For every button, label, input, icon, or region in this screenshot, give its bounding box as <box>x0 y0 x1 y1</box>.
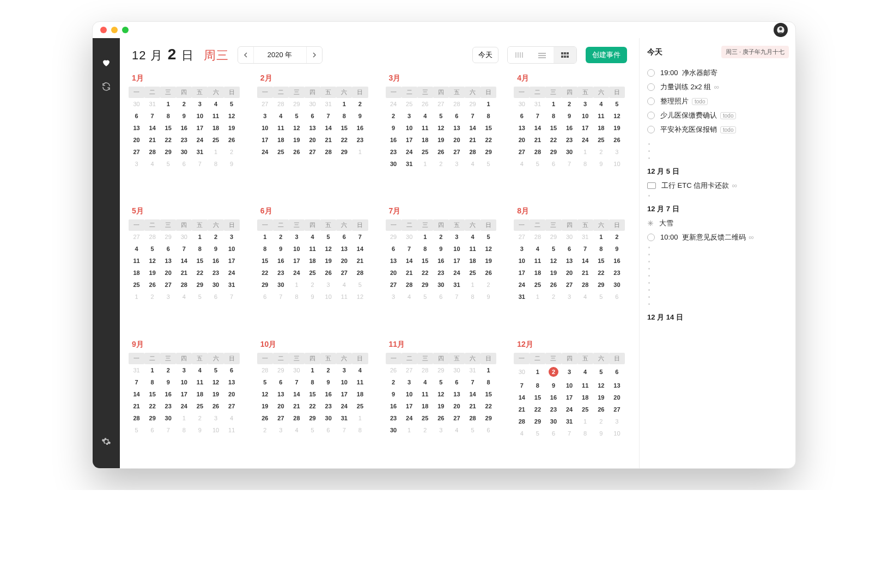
day-cell[interactable]: 25 <box>208 134 223 146</box>
day-cell[interactable]: 5 <box>289 110 305 122</box>
day-cell[interactable]: 5 <box>465 424 481 436</box>
day-cell[interactable]: 7 <box>320 110 336 122</box>
day-cell[interactable]: 24 <box>514 279 530 291</box>
day-cell[interactable]: 23 <box>273 267 289 279</box>
day-cell[interactable]: 29 <box>465 98 481 110</box>
day-cell[interactable]: 28 <box>289 412 305 424</box>
day-cell[interactable]: 25 <box>305 267 320 279</box>
day-cell[interactable]: 27 <box>609 403 625 415</box>
day-cell[interactable]: 3 <box>402 376 417 388</box>
day-cell[interactable]: 5 <box>224 98 240 110</box>
day-cell[interactable]: 10 <box>609 158 625 170</box>
day-cell[interactable]: 1 <box>465 279 481 291</box>
day-cell[interactable]: 16 <box>320 388 336 400</box>
day-cell[interactable]: 5 <box>305 424 320 436</box>
day-cell[interactable]: 19 <box>257 400 273 412</box>
day-cell[interactable]: 28 <box>320 146 336 158</box>
day-cell[interactable]: 1 <box>417 158 433 170</box>
day-cell[interactable]: 3 <box>257 110 273 122</box>
day-cell[interactable]: 1 <box>160 98 176 110</box>
day-cell[interactable]: 31 <box>562 415 577 427</box>
day-cell[interactable]: 18 <box>530 267 545 279</box>
day-cell[interactable]: 28 <box>465 146 481 158</box>
day-cell[interactable]: 9 <box>545 379 561 391</box>
day-cell[interactable]: 7 <box>144 110 160 122</box>
day-cell[interactable]: 7 <box>289 376 305 388</box>
day-cell[interactable]: 1 <box>577 415 593 427</box>
day-cell[interactable]: 8 <box>305 376 320 388</box>
day-cell[interactable]: 6 <box>160 243 176 255</box>
day-cell[interactable]: 19 <box>433 400 449 412</box>
day-cell[interactable]: 10 <box>320 291 336 303</box>
day-cell[interactable]: 29 <box>273 364 289 376</box>
day-cell[interactable]: 26 <box>417 98 433 110</box>
day-cell[interactable]: 17 <box>562 391 577 403</box>
day-cell[interactable]: 27 <box>449 412 465 424</box>
day-cell[interactable]: 16 <box>545 391 561 403</box>
day-cell[interactable]: 10 <box>609 427 625 439</box>
day-cell[interactable]: 7 <box>352 231 368 243</box>
day-cell[interactable]: 23 <box>433 267 449 279</box>
event-row[interactable]: 整理照片todo <box>647 96 789 106</box>
day-cell[interactable]: 1 <box>336 98 352 110</box>
day-cell[interactable]: 20 <box>305 134 320 146</box>
day-cell[interactable]: 9 <box>273 243 289 255</box>
day-cell[interactable]: 6 <box>273 376 289 388</box>
day-cell[interactable]: 26 <box>593 403 609 415</box>
day-cell[interactable]: 20 <box>449 134 465 146</box>
day-cell[interactable]: 28 <box>257 364 273 376</box>
day-cell[interactable]: 21 <box>289 400 305 412</box>
day-cell[interactable]: 18 <box>129 267 144 279</box>
day-cell[interactable]: 8 <box>289 291 305 303</box>
day-cell[interactable]: 3 <box>562 291 577 303</box>
day-cell[interactable]: 1 <box>481 364 496 376</box>
day-cell[interactable]: 8 <box>192 243 208 255</box>
day-cell[interactable]: 27 <box>160 279 176 291</box>
day-cell[interactable]: 23 <box>320 400 336 412</box>
day-cell[interactable]: 5 <box>257 376 273 388</box>
day-cell[interactable]: 15 <box>305 388 320 400</box>
day-cell[interactable]: 20 <box>562 267 577 279</box>
day-cell[interactable]: 4 <box>449 424 465 436</box>
day-cell[interactable]: 5 <box>593 364 609 379</box>
day-cell[interactable]: 25 <box>402 98 417 110</box>
day-cell[interactable]: 9 <box>593 427 609 439</box>
day-cell[interactable]: 21 <box>530 134 545 146</box>
day-cell[interactable]: 17 <box>192 122 208 134</box>
day-cell[interactable]: 20 <box>273 400 289 412</box>
day-cell[interactable]: 30 <box>305 98 320 110</box>
day-cell[interactable]: 15 <box>593 255 609 267</box>
day-cell[interactable]: 31 <box>530 98 545 110</box>
day-cell[interactable]: 25 <box>273 146 289 158</box>
day-cell[interactable]: 4 <box>176 291 192 303</box>
day-cell[interactable]: 1 <box>577 146 593 158</box>
day-cell[interactable]: 22 <box>417 267 433 279</box>
day-cell[interactable]: 5 <box>417 291 433 303</box>
day-cell[interactable]: 20 <box>514 134 530 146</box>
day-cell[interactable]: 2 <box>386 376 402 388</box>
day-cell[interactable]: 9 <box>192 424 208 436</box>
day-cell[interactable]: 18 <box>273 134 289 146</box>
day-cell[interactable]: 14 <box>530 122 545 134</box>
day-cell[interactable]: 7 <box>577 243 593 255</box>
day-cell[interactable]: 10 <box>289 243 305 255</box>
day-cell[interactable]: 15 <box>144 388 160 400</box>
day-cell[interactable]: 18 <box>208 122 223 134</box>
day-cell[interactable]: 23 <box>386 412 402 424</box>
day-cell[interactable]: 2 <box>257 424 273 436</box>
day-cell[interactable]: 3 <box>449 231 465 243</box>
day-cell[interactable]: 7 <box>562 427 577 439</box>
event-row[interactable]: 大雪 <box>647 218 789 228</box>
day-cell[interactable]: 14 <box>577 255 593 267</box>
year-label[interactable]: 2020 年 <box>253 47 307 63</box>
day-cell[interactable]: 24 <box>289 267 305 279</box>
day-cell[interactable]: 1 <box>208 146 223 158</box>
day-cell[interactable]: 18 <box>417 134 433 146</box>
day-cell[interactable]: 21 <box>176 267 192 279</box>
day-cell[interactable]: 5 <box>320 231 336 243</box>
day-cell[interactable]: 17 <box>402 134 417 146</box>
day-cell[interactable]: 28 <box>514 415 530 427</box>
heart-icon[interactable] <box>101 58 111 68</box>
day-cell[interactable]: 31 <box>129 364 144 376</box>
day-cell[interactable]: 24 <box>192 134 208 146</box>
